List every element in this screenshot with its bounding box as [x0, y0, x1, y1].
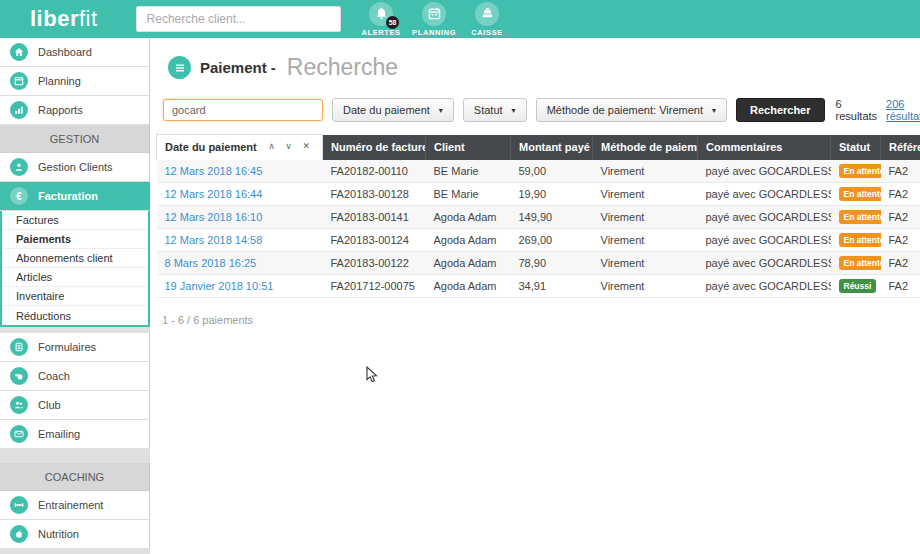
payment-date-link[interactable]: 12 Mars 2018 16:45 — [157, 160, 323, 183]
client-cell: Agoda Adam — [426, 206, 511, 229]
planning-button[interactable]: PLANNING — [408, 2, 461, 37]
sort-asc-icon[interactable]: ∧ — [268, 141, 279, 151]
submenu-item-articles[interactable]: Articles — [2, 268, 148, 287]
chevron-down-icon: ▾ — [439, 106, 443, 115]
reference-cell: FA2 — [881, 229, 920, 252]
dumbbell-icon — [10, 496, 28, 514]
commentaire-cell: payé avec GOCARDLESS — [698, 160, 831, 183]
payment-search-input[interactable] — [163, 99, 323, 121]
clear-sort-icon[interactable]: ✕ — [302, 141, 314, 151]
payment-date-link[interactable]: 12 Mars 2018 14:58 — [157, 229, 323, 252]
sidebar-item-emailing[interactable]: Emailing — [0, 420, 150, 449]
facturation-submenu: Factures Paiements Abonnements client Ar… — [0, 211, 150, 327]
sidebar-spacer — [0, 449, 150, 463]
sidebar-item-label: Gestion Clients — [38, 161, 113, 173]
column-header-date[interactable]: Date du paiement ∧ ∨ ✕ — [157, 135, 323, 160]
statut-filter-dropdown[interactable]: Statut ▾ — [463, 98, 527, 122]
table-header-row: Date du paiement ∧ ∨ ✕ Numéro de facture… — [157, 135, 920, 160]
table-row: 12 Mars 2018 16:44 FA20183-00128 BE Mari… — [157, 183, 920, 206]
sidebar-item-club[interactable]: Club — [0, 391, 150, 420]
commentaire-cell: payé avec GOCARDLESS — [698, 206, 831, 229]
sidebar-item-rapports[interactable]: Rapports — [0, 96, 150, 125]
sidebar-item-coach[interactable]: Coach — [0, 362, 150, 391]
facture-cell: FA20183-00122 — [323, 252, 426, 275]
submenu-item-paiements[interactable]: Paiements — [2, 230, 148, 249]
methode-cell: Virement — [593, 229, 698, 252]
commentaire-cell: payé avec GOCARDLESS — [698, 229, 831, 252]
sidebar-item-label: Emailing — [38, 428, 80, 440]
sidebar-item-entrainement[interactable]: Entrainement — [0, 491, 150, 520]
logo-text-bold: liber — [30, 6, 79, 31]
column-header-commentaires[interactable]: Commentaires — [698, 135, 831, 160]
people-icon — [10, 396, 28, 414]
main-content: Paiement - Recherche Date du paiement ▾ … — [150, 38, 920, 554]
column-header-statut[interactable]: Statut — [831, 135, 881, 160]
form-icon — [10, 338, 28, 356]
payments-table: Date du paiement ∧ ∨ ✕ Numéro de facture… — [156, 134, 920, 298]
sidebar-item-label: Formulaires — [38, 341, 96, 353]
whistle-icon — [10, 367, 28, 385]
facture-cell: FA20182-00110 — [323, 160, 426, 183]
column-header-facture[interactable]: Numéro de facture — [323, 135, 426, 160]
montant-cell: 149,90 — [511, 206, 593, 229]
montant-cell: 59,00 — [511, 160, 593, 183]
methode-filter-dropdown[interactable]: Méthode de paiement: Virement ▾ — [536, 98, 727, 122]
payment-date-link[interactable]: 8 Mars 2018 16:25 — [157, 252, 323, 275]
payment-date-link[interactable]: 12 Mars 2018 16:10 — [157, 206, 323, 229]
alertes-button[interactable]: 58 ALERTES — [355, 2, 408, 37]
status-badge: En attente — [839, 256, 881, 270]
commentaire-cell: payé avec GOCARDLESS — [698, 275, 831, 298]
sidebar-item-nutrition[interactable]: Nutrition — [0, 520, 150, 549]
reference-cell: FA2 — [881, 206, 920, 229]
facture-cell: FA201712-00075 — [323, 275, 426, 298]
date-filter-dropdown[interactable]: Date du paiement ▾ — [332, 98, 454, 122]
sidebar-item-formulaires[interactable]: Formulaires — [0, 333, 150, 362]
page-title: Paiement - Recherche — [168, 54, 920, 81]
filter-bar: Date du paiement ▾ Statut ▾ Méthode de p… — [163, 98, 920, 122]
sidebar-item-gestion-clients[interactable]: Gestion Clients — [0, 153, 150, 182]
list-icon — [168, 56, 191, 79]
reference-cell: FA2 — [881, 275, 920, 298]
rechercher-button[interactable]: Rechercher — [736, 98, 825, 122]
pagination-summary: 1 - 6 / 6 paiements — [162, 314, 920, 326]
montant-cell: 269,00 — [511, 229, 593, 252]
submenu-item-abonnements[interactable]: Abonnements client — [2, 249, 148, 268]
all-results-link[interactable]: 206 résultats — [886, 98, 920, 122]
column-header-montant[interactable]: Montant payé — [511, 135, 593, 160]
methode-cell: Virement — [593, 252, 698, 275]
column-header-client[interactable]: Client — [426, 135, 511, 160]
dropdown-label: Statut — [474, 104, 503, 116]
sidebar-section-gestion: GESTION — [0, 125, 150, 153]
reference-cell: FA2 — [881, 160, 920, 183]
sidebar-item-label: Planning — [38, 75, 81, 87]
sidebar-item-dashboard[interactable]: Dashboard — [0, 38, 150, 67]
payment-date-link[interactable]: 19 Janvier 2018 10:51 — [157, 275, 323, 298]
sidebar-item-label: Nutrition — [38, 528, 79, 540]
sidebar-item-facturation[interactable]: € Facturation — [0, 182, 150, 211]
client-cell: BE Marie — [426, 183, 511, 206]
methode-cell: Virement — [593, 206, 698, 229]
sidebar-item-label: Facturation — [38, 190, 98, 202]
table-row: 8 Mars 2018 16:25 FA20183-00122 Agoda Ad… — [157, 252, 920, 275]
submenu-item-inventaire[interactable]: Inventaire — [2, 287, 148, 306]
methode-cell: Virement — [593, 275, 698, 298]
montant-cell: 34,91 — [511, 275, 593, 298]
client-cell: Agoda Adam — [426, 229, 511, 252]
payment-date-link[interactable]: 12 Mars 2018 16:44 — [157, 183, 323, 206]
person-icon — [10, 158, 28, 176]
client-search-input[interactable] — [136, 6, 341, 32]
submenu-item-factures[interactable]: Factures — [2, 211, 148, 230]
column-header-methode[interactable]: Méthode de paiement — [593, 135, 698, 160]
sidebar-item-planning[interactable]: Planning — [0, 67, 150, 96]
facture-cell: FA20183-00124 — [323, 229, 426, 252]
app-logo: liberfit — [30, 6, 98, 32]
results-count: 6 resultats — [836, 98, 878, 122]
caisse-button[interactable]: CAISSE — [461, 2, 514, 37]
sidebar: Dashboard Planning Rapports GESTION Gest… — [0, 38, 150, 554]
submenu-item-reductions[interactable]: Réductions — [2, 306, 148, 325]
sort-desc-icon[interactable]: ∨ — [285, 141, 296, 151]
sidebar-section-coaching: COACHING — [0, 463, 150, 491]
bar-chart-icon — [10, 101, 28, 119]
sidebar-item-label: Rapports — [38, 104, 83, 116]
column-header-reference[interactable]: Référence — [881, 135, 920, 160]
